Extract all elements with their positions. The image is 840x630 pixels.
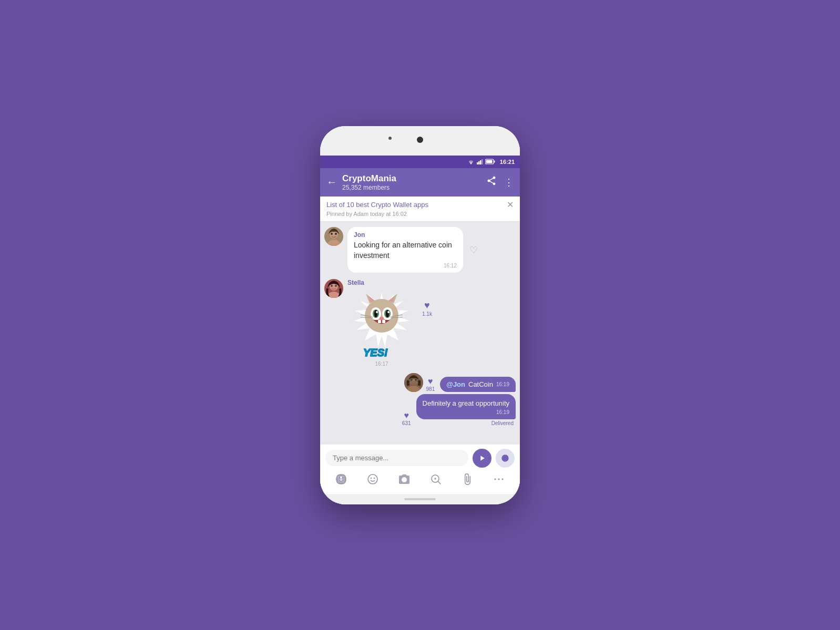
- message-input[interactable]: [325, 450, 468, 466]
- avatar-me: [404, 373, 423, 392]
- avatar-jon: [324, 227, 343, 246]
- message-row: Jon Looking for an alternative coin inve…: [324, 227, 516, 273]
- phone-camera: [417, 137, 423, 143]
- pinned-content[interactable]: List of 10 best Crypto Wallet apps Pinne…: [326, 201, 503, 217]
- sticker-container: YES!: [347, 288, 416, 359]
- outgoing-reaction-1[interactable]: ♥ 981: [426, 377, 435, 392]
- pinned-title: List of 10 best Crypto Wallet apps: [326, 201, 503, 210]
- outgoing-row-2: Definitely a great opportunity 16:19 Del…: [324, 394, 516, 426]
- outgoing-reaction-2[interactable]: ♥ 631: [402, 411, 411, 426]
- extra-button[interactable]: [496, 449, 515, 468]
- toolbar-row: [325, 472, 515, 490]
- chat-area: Jon Looking for an alternative coin inve…: [320, 222, 520, 444]
- pinned-close-button[interactable]: ✕: [507, 200, 514, 210]
- phone-top-bar: [320, 126, 520, 156]
- jon-message-text: Looking for an alternative coin investme…: [354, 240, 457, 261]
- svg-rect-33: [382, 320, 385, 323]
- status-time: 16:21: [500, 159, 515, 165]
- chat-header-info: CryptoMania 25,352 members: [342, 173, 481, 192]
- jon-name: Jon: [354, 231, 457, 239]
- jon-message-time: 16:12: [354, 263, 457, 268]
- input-row: [325, 449, 515, 468]
- svg-point-49: [368, 474, 377, 484]
- phone-screen: 16:21 ← CryptoMania 25,352 members ⋮ Lis…: [320, 156, 520, 494]
- more-icon[interactable]: ⋮: [504, 177, 514, 188]
- sticker-svg: [347, 288, 416, 349]
- home-indicator: [404, 498, 436, 500]
- stella-reaction[interactable]: ♥ 1.1k: [422, 300, 432, 317]
- stella-like-count: 1.1k: [422, 311, 432, 317]
- avatar-stella: [324, 279, 343, 298]
- svg-point-55: [498, 478, 500, 480]
- outgoing-bubble-group-2: Definitely a great opportunity 16:19 Del…: [416, 394, 516, 426]
- signal-icon: [477, 159, 483, 164]
- status-icons: 16:21: [467, 159, 515, 165]
- stella-message-time: 16:17: [347, 361, 416, 367]
- pinned-bar: List of 10 best Crypto Wallet apps Pinne…: [320, 197, 520, 222]
- pinned-subtitle: Pinned by Adam today at 16:02: [326, 211, 503, 217]
- svg-point-16: [331, 285, 333, 287]
- gif-toolbar-icon[interactable]: [429, 473, 442, 489]
- svg-point-0: [470, 163, 472, 164]
- svg-rect-7: [486, 160, 492, 163]
- svg-point-45: [501, 455, 508, 461]
- wifi-icon: [467, 159, 475, 164]
- chat-subtitle: 25,352 members: [342, 184, 481, 191]
- send-icon: [478, 454, 486, 462]
- svg-point-56: [502, 478, 504, 480]
- svg-rect-1: [477, 162, 478, 164]
- back-button[interactable]: ←: [326, 176, 337, 188]
- svg-rect-4: [482, 159, 483, 164]
- more-toolbar-icon[interactable]: [493, 473, 505, 489]
- mention-time: 16:19: [496, 381, 509, 387]
- outgoing-row-1: @Jon CatCoin 16:19 ♥ 981: [324, 373, 516, 392]
- extra-icon: [501, 454, 509, 462]
- mention-bubble: @Jon CatCoin 16:19: [440, 377, 516, 392]
- svg-point-11: [331, 233, 333, 235]
- like-button-jon[interactable]: ♡: [469, 244, 478, 256]
- chat-input-area: [320, 445, 520, 494]
- svg-rect-2: [478, 161, 480, 164]
- outgoing-bubble-group: @Jon CatCoin 16:19: [440, 377, 516, 392]
- svg-point-47: [339, 477, 341, 478]
- phone-speaker: [388, 137, 392, 140]
- header-actions: ⋮: [486, 175, 514, 189]
- reaction-count-2: 631: [402, 420, 411, 426]
- stella-name: Stella: [347, 279, 416, 286]
- sticker-toolbar-icon[interactable]: [335, 473, 347, 489]
- battery-icon: [485, 159, 496, 164]
- svg-rect-6: [494, 161, 495, 163]
- phone-frame: 16:21 ← CryptoMania 25,352 members ⋮ Lis…: [320, 126, 520, 504]
- attach-toolbar-icon[interactable]: [461, 473, 474, 489]
- send-button[interactable]: [473, 449, 491, 468]
- svg-point-38: [380, 317, 384, 320]
- svg-rect-3: [480, 160, 482, 164]
- stella-message-row: Stella: [324, 279, 516, 367]
- opportunity-time: 16:19: [423, 409, 509, 415]
- chat-header: ← CryptoMania 25,352 members ⋮: [320, 168, 520, 197]
- svg-point-31: [387, 311, 390, 313]
- share-icon[interactable]: [486, 175, 497, 189]
- jon-message-bubble: Jon Looking for an alternative coin inve…: [347, 227, 463, 273]
- svg-rect-32: [378, 320, 381, 323]
- svg-point-30: [376, 311, 378, 313]
- camera-toolbar-icon[interactable]: [398, 473, 411, 489]
- svg-point-51: [374, 477, 375, 478]
- mention-coin: CatCoin: [468, 380, 493, 388]
- svg-point-17: [335, 285, 337, 287]
- svg-point-50: [371, 477, 372, 478]
- svg-point-19: [365, 299, 398, 333]
- opportunity-bubble: Definitely a great opportunity 16:19: [416, 394, 516, 419]
- svg-point-48: [342, 477, 344, 478]
- svg-line-53: [438, 481, 441, 484]
- opportunity-text: Definitely a great opportunity: [423, 399, 509, 407]
- svg-point-12: [335, 233, 337, 235]
- chat-title: CryptoMania: [342, 173, 481, 184]
- svg-point-54: [495, 478, 496, 480]
- emoji-toolbar-icon[interactable]: [366, 473, 379, 489]
- status-bar: 16:21: [320, 156, 520, 168]
- outgoing-messages: @Jon CatCoin 16:19 ♥ 981: [324, 373, 516, 426]
- reaction-count-1: 981: [426, 386, 435, 392]
- delivered-status: Delivered: [491, 420, 516, 426]
- phone-bottom-bar: [320, 494, 520, 504]
